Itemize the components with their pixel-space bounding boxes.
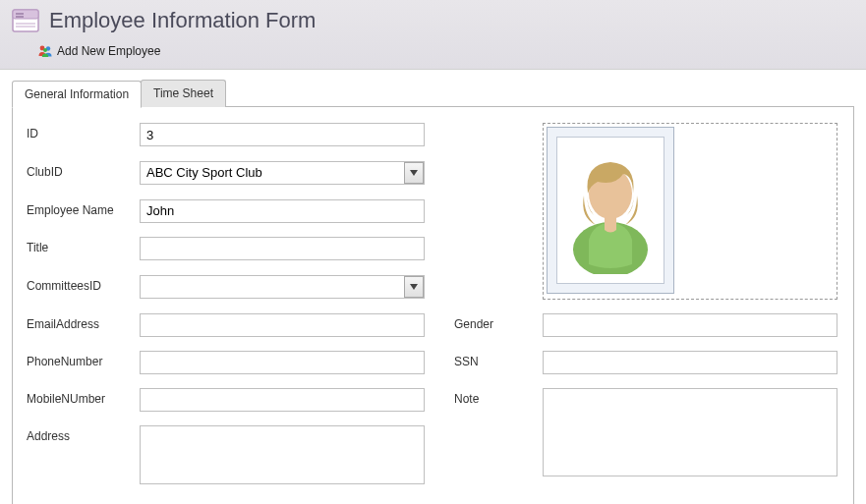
label-phonenumber: PhoneNumber <box>27 351 140 368</box>
add-new-employee-button[interactable]: Add New Employee <box>35 41 162 61</box>
address-field[interactable] <box>140 425 425 484</box>
label-committeesid: CommitteesID <box>27 275 140 293</box>
label-ssn: SSN <box>454 351 543 368</box>
label-id: ID <box>27 123 140 140</box>
tab-time-sheet[interactable]: Time Sheet <box>141 80 226 107</box>
label-clubid: ClubID <box>27 161 140 179</box>
employee-name-field[interactable] <box>140 199 425 223</box>
emailaddress-field[interactable] <box>140 313 425 337</box>
svg-point-8 <box>43 48 47 52</box>
photo-container[interactable] <box>543 123 837 300</box>
label-address: Address <box>27 425 140 443</box>
mobilenumber-field[interactable] <box>140 388 425 412</box>
people-icon <box>37 43 53 59</box>
add-new-employee-label: Add New Employee <box>57 44 160 58</box>
toolbar: Add New Employee <box>12 39 854 61</box>
label-employee-name: Employee Name <box>27 199 140 217</box>
phonenumber-field[interactable] <box>140 351 425 374</box>
label-title: Title <box>27 237 140 254</box>
avatar-icon <box>564 146 658 274</box>
gender-field[interactable] <box>543 313 837 337</box>
title-field[interactable] <box>140 237 425 260</box>
clubid-field[interactable] <box>140 161 425 185</box>
page-title: Employee Information Form <box>49 8 316 33</box>
photo-frame <box>547 127 674 294</box>
label-gender: Gender <box>454 313 543 331</box>
committeesid-dropdown-button[interactable] <box>404 276 424 298</box>
general-information-panel: ID <box>12 106 854 504</box>
form-icon <box>12 9 39 32</box>
note-field[interactable] <box>543 388 837 476</box>
form-header: Employee Information Form Add New Employ… <box>0 0 866 70</box>
label-mobilenumber: MobileNUmber <box>27 388 140 406</box>
tab-strip: General Information Time Sheet <box>12 80 854 107</box>
clubid-dropdown-button[interactable] <box>404 162 424 184</box>
label-note: Note <box>454 388 543 406</box>
committeesid-field[interactable] <box>140 275 425 299</box>
id-field[interactable] <box>140 123 425 146</box>
tab-general-information[interactable]: General Information <box>12 81 142 108</box>
label-emailaddress: EmailAddress <box>27 313 140 331</box>
ssn-field[interactable] <box>543 351 837 374</box>
